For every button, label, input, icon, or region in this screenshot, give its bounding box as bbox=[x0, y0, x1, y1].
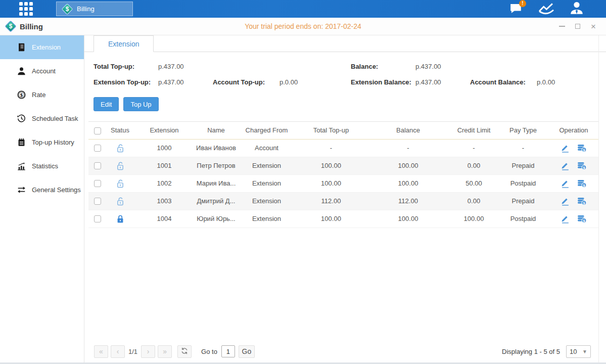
cell-charged-from: Account bbox=[238, 139, 296, 157]
sidebar-item-extension[interactable]: Extension bbox=[0, 35, 84, 59]
cell-operation: $ bbox=[548, 192, 599, 210]
lock-open-icon bbox=[116, 179, 125, 188]
total-topup-label: Total Top-up: bbox=[94, 63, 158, 70]
cell-extension: 1000 bbox=[134, 139, 195, 157]
row-topup-button[interactable]: $ bbox=[577, 144, 587, 153]
row-topup-button[interactable]: $ bbox=[577, 161, 587, 170]
account-balance-value: p.0.00 bbox=[537, 78, 555, 86]
edit-button[interactable]: Edit bbox=[94, 97, 119, 111]
cell-total-topup: 100.00 bbox=[296, 157, 366, 174]
cell-total-topup: 100.00 bbox=[296, 210, 366, 228]
extension-topup-label: Extension Top-up: bbox=[94, 78, 158, 86]
row-checkbox[interactable] bbox=[94, 198, 101, 205]
cell-pay-type: Prepaid bbox=[498, 192, 548, 210]
balance-summary: Total Top-up: p.437.00 Extension Top-up:… bbox=[84, 52, 606, 90]
tab-extension[interactable]: Extension bbox=[94, 35, 154, 52]
edit-button[interactable] bbox=[561, 144, 570, 153]
user-account-icon[interactable] bbox=[569, 3, 585, 16]
close-button[interactable]: × bbox=[590, 23, 597, 30]
account-balance-label: Account Balance: bbox=[470, 78, 537, 86]
goto-label: Go to bbox=[201, 348, 217, 355]
sidebar-item-top-up-history[interactable]: Top-up History bbox=[0, 130, 84, 154]
cell-extension: 1003 bbox=[134, 192, 195, 210]
summary-balance-group: Balance: p.437.00 Extension Balance: p.4… bbox=[351, 59, 555, 90]
select-all-cell bbox=[88, 122, 106, 140]
cell-extension: 1001 bbox=[134, 157, 195, 174]
lock-open-icon bbox=[116, 197, 125, 206]
edit-button[interactable] bbox=[561, 197, 570, 206]
taskbar-status-icons: ! bbox=[508, 3, 606, 16]
cell-charged-from: Extension bbox=[238, 192, 296, 210]
displaying-text: Displaying 1 - 5 of 5 bbox=[502, 348, 560, 355]
edit-button[interactable] bbox=[561, 179, 570, 188]
taskbar: $ Billing ! bbox=[0, 0, 606, 18]
row-checkbox[interactable] bbox=[94, 162, 101, 169]
next-page-button[interactable]: › bbox=[141, 345, 155, 358]
row-topup-button[interactable]: $ bbox=[577, 197, 587, 206]
sidebar: Extension Account $ Rate Scheduled Task … bbox=[0, 35, 84, 362]
select-all-checkbox[interactable] bbox=[94, 127, 101, 134]
billing-window-icon: $ bbox=[5, 21, 16, 32]
row-topup-button[interactable]: $ bbox=[577, 179, 587, 188]
extension-table: StatusExtensionNameCharged FromTotal Top… bbox=[88, 121, 599, 228]
sidebar-item-scheduled-task[interactable]: Scheduled Task bbox=[0, 107, 84, 130]
chart-icon bbox=[538, 1, 555, 17]
extension-balance-label: Extension Balance: bbox=[351, 78, 415, 86]
pagination-right: Displaying 1 - 5 of 5 10 ▼ bbox=[502, 345, 591, 358]
sidebar-item-account[interactable]: Account bbox=[0, 59, 84, 83]
resource-monitor-icon[interactable] bbox=[538, 3, 554, 16]
topup-button[interactable]: Top Up bbox=[123, 97, 158, 111]
taskbar-tab-billing[interactable]: $ Billing bbox=[56, 2, 133, 16]
minimize-button[interactable] bbox=[558, 23, 566, 30]
cell-operation: $ bbox=[548, 210, 599, 228]
column-header-credit-limit: Credit Limit bbox=[450, 122, 498, 140]
sidebar-item-label: Scheduled Task bbox=[32, 115, 78, 122]
app-grid-icon[interactable] bbox=[17, 1, 34, 18]
cell-credit-limit: - bbox=[450, 139, 498, 157]
app-window: $ Billing ! $ Billing Your trial period … bbox=[0, 0, 606, 364]
table-row: 1001Петр ПетровExtension100.00100.000.00… bbox=[88, 157, 599, 174]
row-checkbox[interactable] bbox=[94, 180, 101, 187]
cell-pay-type: Prepaid bbox=[498, 157, 548, 174]
sidebar-item-statistics[interactable]: Statistics bbox=[0, 154, 84, 178]
column-header-operation: Operation bbox=[548, 122, 599, 140]
cell-operation: $ bbox=[548, 174, 599, 192]
cell-credit-limit: 100.00 bbox=[450, 210, 498, 228]
goto-page-input[interactable] bbox=[221, 345, 235, 357]
user-icon bbox=[569, 1, 584, 17]
go-button[interactable]: Go bbox=[239, 345, 255, 358]
window-title: Billing bbox=[20, 22, 43, 31]
balance-value: p.437.00 bbox=[415, 63, 470, 70]
table-row: 1003Дмитрий Д...Extension112.00112.000.0… bbox=[88, 192, 599, 210]
edit-button[interactable] bbox=[561, 214, 570, 223]
window-titlebar: $ Billing Your trial period ends on: 201… bbox=[0, 18, 606, 35]
cell-credit-limit: 0.00 bbox=[450, 157, 498, 174]
cell-charged-from: Extension bbox=[238, 157, 296, 174]
cell-pay-type: - bbox=[498, 139, 548, 157]
last-page-button[interactable]: » bbox=[158, 345, 172, 358]
cell-balance: 100.00 bbox=[366, 157, 450, 174]
clock-icon bbox=[17, 114, 26, 123]
lock-open-icon bbox=[116, 144, 125, 153]
chevron-down-icon: ▼ bbox=[582, 349, 587, 354]
sidebar-item-general-settings[interactable]: General Settings bbox=[0, 178, 84, 202]
sidebar-item-label: Rate bbox=[32, 91, 45, 99]
edit-button[interactable] bbox=[561, 161, 570, 170]
notifications-icon[interactable]: ! bbox=[508, 3, 524, 16]
sidebar-item-label: Top-up History bbox=[32, 139, 74, 146]
cell-total-topup: 100.00 bbox=[296, 174, 366, 192]
rate-icon: $ bbox=[17, 90, 26, 99]
row-checkbox[interactable] bbox=[94, 145, 101, 152]
stats-icon bbox=[17, 162, 26, 170]
page-indicator: 1/1 bbox=[128, 348, 137, 355]
row-topup-button[interactable]: $ bbox=[577, 214, 587, 223]
page-size-select[interactable]: 10 ▼ bbox=[566, 345, 591, 358]
cell-name: Мария Ива... bbox=[195, 174, 238, 192]
prev-page-button[interactable]: ‹ bbox=[111, 345, 125, 358]
refresh-button[interactable] bbox=[177, 345, 192, 358]
maximize-button[interactable] bbox=[574, 23, 581, 30]
first-page-button[interactable]: « bbox=[94, 345, 108, 358]
content-right-divider bbox=[598, 35, 599, 362]
row-checkbox[interactable] bbox=[94, 215, 101, 222]
sidebar-item-rate[interactable]: $ Rate bbox=[0, 83, 84, 107]
